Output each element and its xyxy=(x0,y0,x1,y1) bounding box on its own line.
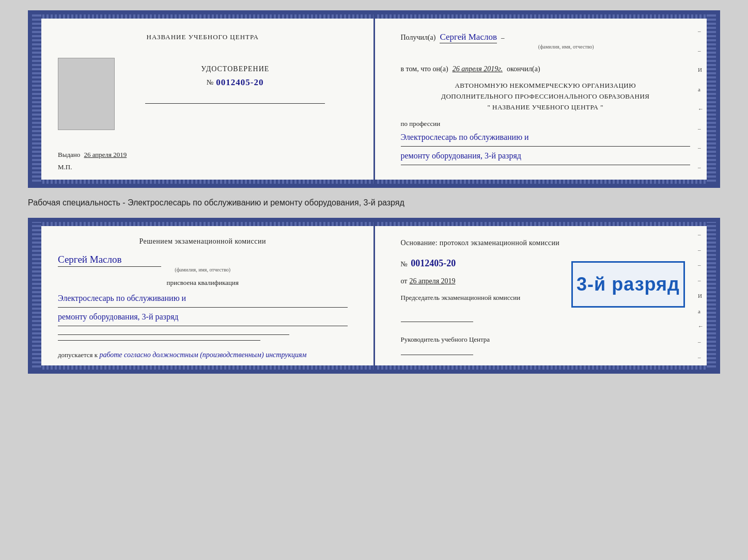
vtom-label: в том, что он(а) xyxy=(401,65,448,73)
photo-placeholder xyxy=(58,58,115,130)
border-left xyxy=(32,14,41,184)
po-professii-label: по профессии xyxy=(401,120,691,128)
center-name-line: " НАЗВАНИЕ УЧЕБНОГО ЦЕНТРА " xyxy=(401,102,691,113)
cert-number: 0012405-20 xyxy=(216,77,263,88)
bottom-border-right xyxy=(707,222,716,370)
autonomnaya-block: АВТОНОМНУЮ НЕКОММЕРЧЕСКУЮ ОРГАНИЗАЦИЮ ДО… xyxy=(401,81,691,113)
top-cert-right: Получил(а) Сергей Маслов – (фамилия, имя… xyxy=(375,14,716,184)
prisvoena-label: присвоена квалификация xyxy=(58,279,348,287)
stamp-text: 3-й разряд xyxy=(576,274,680,295)
top-cert-right-inner: Получил(а) Сергей Маслов – (фамилия, имя… xyxy=(401,32,691,177)
border-right-top xyxy=(707,14,716,184)
qualification-line2: ремонту оборудования, 3-й разряд xyxy=(58,310,348,326)
mp-text: М.П. xyxy=(58,163,348,171)
bottom-border-left xyxy=(32,222,41,370)
stamp: 3-й разряд xyxy=(571,261,685,308)
osnovaniye-text: Основание: протокол экзаменационной коми… xyxy=(401,237,691,249)
bottom-cert-right: Основание: протокол экзаменационной коми… xyxy=(375,222,716,370)
dash-top: – xyxy=(501,34,505,42)
poluchil-label: Получил(а) xyxy=(401,34,436,42)
number-prefix: № xyxy=(207,78,214,87)
qualification-line1: Электрослесарь по обслуживанию и xyxy=(58,291,348,308)
ot-label: от xyxy=(401,277,408,285)
recipient-name-top: Сергей Маслов xyxy=(440,32,496,43)
dopuskaetsya-label: допускается к xyxy=(58,351,98,359)
udostoverenie-title: УДОСТОВЕРЕНИЕ xyxy=(201,65,269,73)
recipient-name-bottom: Сергей Маслов xyxy=(58,254,348,265)
right-margin: – – И а ← – – – xyxy=(698,14,704,184)
profession-line1: Электрослесарь по обслуживанию и xyxy=(401,130,691,147)
rukovoditel-text: Руководитель учебного Центра xyxy=(401,334,691,356)
vydano-date: 26 апреля 2019 xyxy=(84,151,127,158)
fio-hint-bottom: (фамилия, имя, отчество) xyxy=(58,267,348,273)
protocol-number: 0012405-20 xyxy=(411,258,456,269)
dopuskaetsya-value: работе согласно должностным (производств… xyxy=(99,351,306,359)
profession-line2: ремонту оборудования, 3-й разряд xyxy=(401,149,691,165)
org-name-top: НАЗВАНИЕ УЧЕБНОГО ЦЕНТРА xyxy=(58,33,348,41)
top-certificate-card: НАЗВАНИЕ УЧЕБНОГО ЦЕНТРА УДОСТОВЕРЕНИЕ №… xyxy=(28,10,720,188)
autonomnaya-line1: АВТОНОМНУЮ НЕКОММЕРЧЕСКУЮ ОРГАНИЗАЦИЮ xyxy=(401,81,691,91)
top-cert-left: НАЗВАНИЕ УЧЕБНОГО ЦЕНТРА УДОСТОВЕРЕНИЕ №… xyxy=(32,14,375,184)
vydano-line: Выдано 26 апреля 2019 xyxy=(58,151,348,159)
fio-hint-top: (фамилия, имя, отчество) xyxy=(442,44,691,50)
resheniyem-title: Решением экзаменационной комиссии xyxy=(58,237,348,246)
bottom-cert-left-inner: Решением экзаменационной комиссии Сергей… xyxy=(58,237,348,364)
bottom-right-margin: – – – – И а ← – – xyxy=(698,222,704,370)
protocol-date: 26 апреля 2019 xyxy=(409,277,455,285)
bottom-certificate-card: Решением экзаменационной комиссии Сергей… xyxy=(28,218,720,374)
bottom-cert-left: Решением экзаменационной комиссии Сергей… xyxy=(32,222,375,370)
autonomnaya-line2: ДОПОЛНИТЕЛЬНОГО ПРОФЕССИОНАЛЬНОГО ОБРАЗО… xyxy=(401,91,691,102)
okonchil-label: окончил(а) xyxy=(507,65,540,73)
protocol-number-prefix: № xyxy=(401,259,408,270)
top-cert-left-inner: НАЗВАНИЕ УЧЕБНОГО ЦЕНТРА УДОСТОВЕРЕНИЕ №… xyxy=(58,33,348,178)
subtitle-text: Рабочая специальность - Электрослесарь п… xyxy=(28,196,720,210)
dopuskaetsya-block: допускается к работе согласно должностны… xyxy=(58,351,348,359)
vtom-date: 26 апреля 2019г. xyxy=(453,65,503,73)
